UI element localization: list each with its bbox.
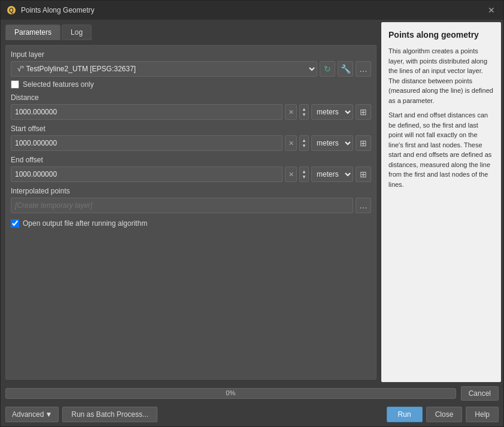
tab-bar: Parameters Log — [5, 25, 377, 40]
end-offset-spin-button[interactable]: ▲ ▼ — [299, 166, 309, 182]
progress-bar-container: 0% — [5, 388, 456, 399]
tab-log[interactable]: Log — [62, 25, 92, 40]
end-offset-clear-button[interactable]: ✕ — [285, 166, 297, 182]
spin-up-icon: ▲ — [302, 107, 306, 112]
distance-row: ✕ ▲ ▼ meters kilometers feet ⊞ — [11, 104, 371, 120]
interpolated-points-browse-button[interactable]: … — [356, 198, 371, 213]
clear-icon: ✕ — [289, 108, 294, 116]
help-title: Points along geometry — [388, 29, 494, 40]
start-offset-row: ✕ ▲ ▼ meters kilometers feet ⊞ — [11, 135, 371, 151]
spin-down-icon-3: ▼ — [302, 174, 306, 180]
help-para2: Start and end offset distances can be de… — [388, 110, 494, 189]
dots-icon: … — [359, 64, 368, 74]
end-offset-label: End offset — [11, 156, 371, 164]
advanced-button[interactable]: Advanced ▼ — [5, 407, 59, 422]
interpolated-points-label: Interpolated points — [11, 187, 371, 195]
start-offset-spin-button[interactable]: ▲ ▼ — [299, 135, 309, 151]
interpolated-points-row: … — [11, 198, 371, 213]
help-panel: Points along geometry This algorithm cre… — [381, 22, 501, 382]
spin-up-icon-3: ▲ — [302, 169, 306, 174]
distance-spin-button[interactable]: ▲ ▼ — [299, 104, 309, 120]
end-offset-map-button[interactable]: ⊞ — [356, 166, 371, 182]
clear-icon-2: ✕ — [289, 140, 294, 147]
refresh-icon: ↻ — [324, 64, 331, 74]
start-offset-map-button[interactable]: ⊞ — [356, 135, 371, 151]
svg-text:Q: Q — [9, 7, 14, 14]
advanced-label: Advanced — [12, 410, 44, 419]
interpolated-points-input[interactable] — [11, 198, 353, 213]
start-offset-unit-select[interactable]: meters kilometers feet — [311, 135, 353, 151]
distance-map-button[interactable]: ⊞ — [356, 104, 371, 120]
selected-features-label[interactable]: Selected features only — [23, 80, 94, 89]
spin-down-icon-2: ▼ — [302, 143, 306, 149]
close-button[interactable]: Close — [426, 407, 463, 422]
input-layer-label: Input layer — [11, 50, 371, 59]
refresh-layer-button[interactable]: ↻ — [320, 61, 335, 77]
end-offset-row: ✕ ▲ ▼ meters kilometers feet ⊞ — [11, 166, 371, 182]
more-options-button[interactable]: … — [356, 61, 371, 77]
distance-input[interactable] — [11, 104, 283, 120]
start-offset-input[interactable] — [11, 135, 283, 151]
app-icon: Q — [7, 5, 16, 15]
action-bar: Advanced ▼ Run as Batch Process... Run C… — [1, 402, 503, 426]
advanced-chevron-icon: ▼ — [45, 410, 52, 419]
clear-icon-3: ✕ — [289, 171, 294, 178]
end-offset-input[interactable] — [11, 166, 283, 182]
progress-label: 0% — [6, 389, 456, 396]
run-button[interactable]: Run — [387, 407, 423, 422]
help-button[interactable]: Help — [466, 407, 499, 422]
distance-label: Distance — [11, 93, 371, 102]
start-offset-clear-button[interactable]: ✕ — [285, 135, 297, 151]
batch-process-button[interactable]: Run as Batch Process... — [62, 407, 157, 422]
settings-button[interactable]: 🔧 — [338, 61, 353, 77]
wrench-icon: 🔧 — [341, 64, 351, 74]
window-title: Points Along Geometry — [21, 6, 485, 14]
spin-down-icon: ▼ — [302, 112, 306, 117]
window-close-button[interactable]: ✕ — [485, 5, 497, 15]
progress-bar-section: 0% Cancel — [1, 384, 503, 402]
main-content: Parameters Log Input layer √° TestPolyli… — [1, 20, 503, 384]
main-window: Q Points Along Geometry ✕ Parameters Log… — [0, 0, 504, 427]
browse-icon: … — [359, 201, 368, 210]
help-para1: This algorithm creates a points layer, w… — [388, 46, 494, 105]
distance-unit-select[interactable]: meters kilometers feet — [311, 104, 353, 120]
cancel-button[interactable]: Cancel — [461, 386, 499, 401]
open-output-label[interactable]: Open output file after running algorithm — [23, 219, 147, 228]
spin-up-icon-2: ▲ — [302, 138, 306, 143]
open-output-row: Open output file after running algorithm — [11, 219, 371, 228]
distance-clear-button[interactable]: ✕ — [285, 104, 297, 120]
map-icon-2: ⊞ — [360, 138, 367, 148]
map-icon: ⊞ — [360, 107, 367, 117]
tab-parameters[interactable]: Parameters — [5, 25, 60, 40]
input-layer-select[interactable]: √° TestPolyline2_UTM [EPSG:32637] — [11, 61, 317, 77]
selected-features-checkbox[interactable] — [11, 80, 19, 89]
parameters-form: Input layer √° TestPolyline2_UTM [EPSG:3… — [5, 45, 377, 380]
title-bar: Q Points Along Geometry ✕ — [1, 1, 503, 20]
selected-features-row: Selected features only — [11, 80, 371, 89]
input-layer-row: √° TestPolyline2_UTM [EPSG:32637] ↻ 🔧 … — [11, 61, 371, 77]
left-panel: Parameters Log Input layer √° TestPolyli… — [1, 20, 381, 384]
map-icon-3: ⊞ — [360, 169, 367, 179]
start-offset-label: Start offset — [11, 125, 371, 133]
end-offset-unit-select[interactable]: meters kilometers feet — [311, 166, 353, 182]
open-output-checkbox[interactable] — [11, 219, 19, 228]
